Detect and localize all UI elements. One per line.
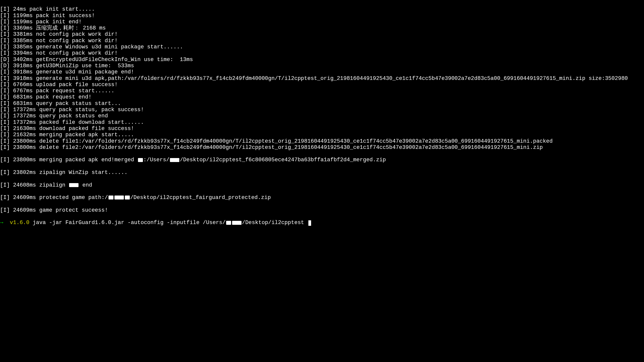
redacted-text (232, 221, 242, 225)
log-line: [I] 3394ms not config pack work dir! (0, 50, 644, 56)
log-line-final: [I] 24609ms game protect suceess! (0, 207, 644, 213)
log-line: [I] 17372ms query pack status, pack succ… (0, 107, 644, 113)
redacted-text (226, 221, 231, 225)
log-line: [I] 21632ms merging packed apk start....… (0, 132, 644, 138)
log-line: [I] 3385ms not config pack work dir! (0, 38, 644, 44)
log-line-zipalign-start: [I] 23802ms zipalign WinZip start...... (0, 169, 644, 176)
log-line-zipalign-end: [I] 24608ms zipalign end (0, 182, 644, 188)
log-line: [I] 6766ms upload pack file success! (0, 82, 644, 88)
redacted-text (138, 158, 143, 162)
log-line: [I] 17372ms query pack status end (0, 113, 644, 119)
cursor-icon (308, 220, 311, 226)
log-line: [I] 3918ms generate mini u3d apk,path:/v… (0, 75, 644, 82)
log-line: [I] 3369ms 压缩完成，耗时： 2168 ms (0, 25, 644, 31)
log-line: [I] 6767ms pack request start...... (0, 88, 644, 94)
log-line: [I] 1199ms pack init end! (0, 19, 644, 25)
log-line: [I] 24ms pack init start..... (0, 6, 644, 13)
log-line: [D] 3402ms getEncryptedU3dFileCheckInfo_… (0, 57, 644, 63)
terminal-output[interactable]: [I] 24ms pack init start.....[I] 1199ms … (0, 0, 644, 226)
redacted-text (125, 196, 130, 200)
redacted-text (170, 158, 179, 162)
log-line: [I] 21630ms download packed file success… (0, 125, 644, 132)
log-line: [I] 3385ms generate Windows u3d mini pac… (0, 44, 644, 50)
log-line: [I] 1199ms pack init success! (0, 13, 644, 19)
log-line: [I] 17372ms packed file download start..… (0, 119, 644, 125)
prompt-version: v1.6.0 (10, 220, 30, 226)
redacted-text (114, 196, 124, 200)
log-line: [I] 23800ms delete file1:/var/folders/rd… (0, 138, 644, 144)
redacted-text (108, 196, 114, 200)
log-line: [I] 23800ms delete file2:/var/folders/rd… (0, 144, 644, 151)
log-line: [I] 3918ms generate u3d mini package end… (0, 69, 644, 75)
shell-prompt[interactable]: → v1.6.0 java -jar FairGuard1.6.0.jar -a… (0, 220, 311, 226)
prompt-command: java -jar FairGuard1.6.0.jar -autoconfig… (33, 220, 304, 226)
prompt-arrow-icon: → (0, 220, 3, 226)
log-line-merged: [I] 23800ms merging packed apk end!merge… (0, 157, 644, 163)
log-line: [I] 6831ms pack request end! (0, 94, 644, 100)
log-line: [I] 6831ms query pack status start... (0, 100, 644, 107)
log-line: [D] 3918ms getU3DMiniZip use time: 533ms (0, 63, 644, 69)
redacted-text (69, 183, 78, 187)
log-line: [I] 3381ms not config pack work dir! (0, 31, 644, 38)
log-line-protected-path: [I] 24609ms protected game path://Deskto… (0, 195, 644, 201)
